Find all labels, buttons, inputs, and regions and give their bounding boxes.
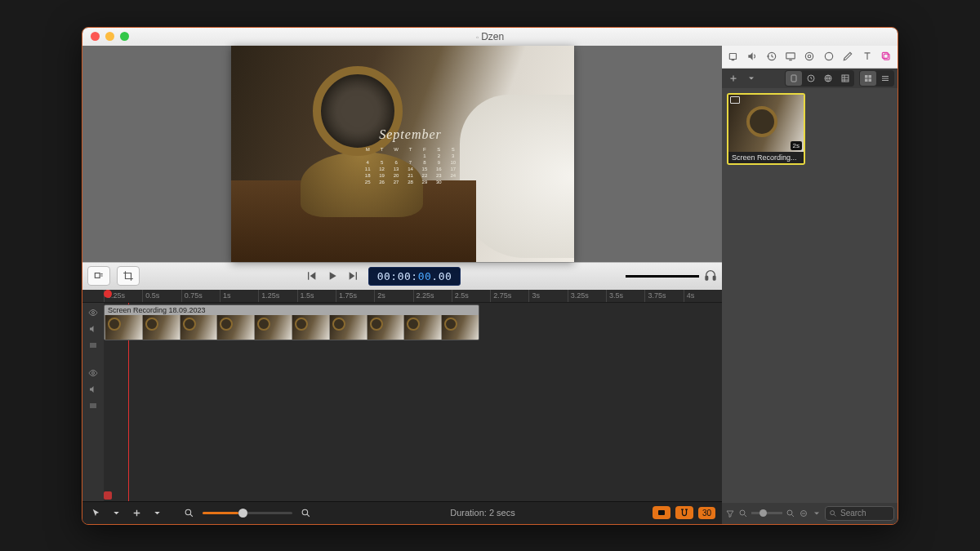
svg-rect-20 [865, 75, 868, 78]
display-icon[interactable] [782, 48, 798, 64]
add-asset-menu[interactable] [743, 71, 760, 86]
filter-web[interactable] [820, 71, 836, 86]
recording-icon[interactable] [725, 48, 741, 64]
timeline-ruler[interactable]: 0.25s0.5s0.75s1s1.25s1.5s1.75s2s2.25s2.5… [82, 290, 722, 303]
svg-rect-23 [869, 78, 872, 82]
svg-rect-22 [865, 78, 868, 82]
library-panel: 2s Screen Recording... Search [722, 46, 898, 524]
snap-badge[interactable] [675, 506, 693, 519]
export-badge[interactable] [653, 506, 670, 519]
draw-icon[interactable] [840, 48, 856, 64]
duration-label: Duration: 2 secs [319, 508, 646, 518]
svg-point-4 [92, 371, 95, 374]
ruler-tick[interactable]: 2.25s [413, 290, 452, 302]
svg-rect-1 [706, 276, 708, 280]
pointer-menu[interactable] [109, 506, 123, 520]
svg-rect-7 [658, 510, 665, 515]
add-menu[interactable] [150, 506, 164, 520]
audio-tool-icon[interactable] [744, 48, 760, 64]
screen-indicator-icon [730, 96, 740, 104]
preview-canvas[interactable]: September MTWTFSS12345678910111213141516… [231, 46, 574, 262]
ruler-tick[interactable]: 0.75s [181, 290, 220, 302]
lib-settings-menu[interactable] [812, 509, 822, 518]
previous-button[interactable] [305, 269, 318, 282]
titlebar: Dzen [82, 28, 898, 46]
library-zoom-slider[interactable] [751, 512, 782, 514]
ruler-tick[interactable]: 1.75s [336, 290, 374, 302]
add-asset-button[interactable] [725, 71, 742, 86]
svg-point-3 [92, 311, 95, 313]
audio-icon-2[interactable] [88, 384, 98, 396]
library-filterbar [722, 69, 898, 88]
fps-badge[interactable]: 30 [698, 507, 715, 519]
zoom-out-icon[interactable] [182, 506, 196, 520]
ruler-tick[interactable]: 3.25s [568, 290, 606, 302]
svg-point-24 [740, 510, 745, 515]
add-button[interactable] [130, 506, 144, 520]
asset-duration: 2s [791, 141, 802, 150]
ruler-tick[interactable]: 2.75s [490, 290, 528, 302]
search-placeholder: Search [840, 509, 866, 518]
window-title: Dzen [82, 31, 898, 42]
ruler-tick[interactable]: 1.25s [258, 290, 296, 302]
zoom-in-icon[interactable] [299, 506, 313, 520]
svg-rect-15 [883, 52, 889, 58]
ruler-tick[interactable]: 3.5s [606, 290, 644, 302]
reorder-icon[interactable] [88, 340, 98, 352]
library-search[interactable]: Search [825, 506, 894, 521]
clip-label: Screen Recording 18.09.2023 [105, 305, 479, 315]
library-asset[interactable]: 2s Screen Recording... [727, 93, 805, 165]
ruler-tick[interactable]: 4s [684, 290, 722, 302]
visibility-icon[interactable] [88, 308, 98, 319]
reorder-icon-2[interactable] [88, 401, 98, 412]
timeline-zoom-slider[interactable] [203, 512, 292, 514]
filter-table[interactable] [837, 71, 853, 86]
target-icon[interactable] [802, 48, 817, 64]
playhead[interactable] [104, 290, 112, 298]
ruler-tick[interactable]: 1s [220, 290, 258, 302]
shape-icon[interactable] [821, 48, 836, 64]
play-button[interactable] [326, 269, 339, 282]
list-view-button[interactable] [877, 71, 893, 86]
calendar-month: September [362, 127, 460, 142]
crop-button[interactable] [117, 266, 140, 286]
visibility-icon-2[interactable] [88, 368, 98, 380]
asset-name: Screen Recording... [728, 152, 804, 163]
fit-button[interactable] [87, 266, 110, 286]
filter-audio[interactable] [803, 71, 819, 86]
timeline-clip[interactable]: Screen Recording 18.09.2023 [104, 304, 479, 340]
ruler-tick[interactable]: 3s [528, 290, 567, 302]
svg-point-6 [302, 509, 308, 515]
svg-rect-2 [713, 276, 715, 280]
ruler-tick[interactable]: 1.5s [297, 290, 336, 302]
history-icon[interactable] [764, 48, 779, 64]
lib-zoom-in-icon[interactable] [786, 509, 795, 518]
svg-point-11 [806, 52, 813, 60]
svg-rect-8 [729, 54, 736, 60]
library-searchbar: Search [722, 503, 898, 524]
ruler-tick[interactable]: 2s [374, 290, 412, 302]
library-content[interactable]: 2s Screen Recording... [722, 88, 898, 503]
ruler-tick[interactable]: 2.5s [452, 290, 490, 302]
timecode-display[interactable]: 00:00:00.00 [368, 267, 461, 286]
text-icon[interactable] [859, 48, 875, 64]
ruler-tick[interactable]: 0.5s [142, 290, 180, 302]
filter-recordings[interactable] [786, 71, 802, 86]
filter-dropdown[interactable] [725, 509, 735, 518]
preview-area: September MTWTFSS12345678910111213141516… [82, 46, 722, 262]
end-marker[interactable] [104, 491, 112, 500]
grid-view-button[interactable] [860, 71, 876, 86]
timeline[interactable]: Screen Recording 18.09.2023 [82, 303, 722, 501]
next-button[interactable] [347, 269, 360, 282]
app-window: Dzen September MTWTFSS123456789101112131… [82, 27, 898, 525]
library-icon[interactable] [879, 48, 894, 64]
search-icon [829, 509, 837, 518]
pointer-tool[interactable] [89, 506, 103, 520]
volume-control[interactable] [626, 269, 717, 283]
svg-point-25 [787, 510, 792, 515]
lib-zoom-out-icon[interactable] [738, 509, 748, 518]
svg-rect-21 [869, 75, 872, 78]
lib-settings-icon[interactable] [799, 509, 808, 518]
audio-icon[interactable] [88, 324, 98, 335]
ruler-tick[interactable]: 3.75s [644, 290, 683, 302]
